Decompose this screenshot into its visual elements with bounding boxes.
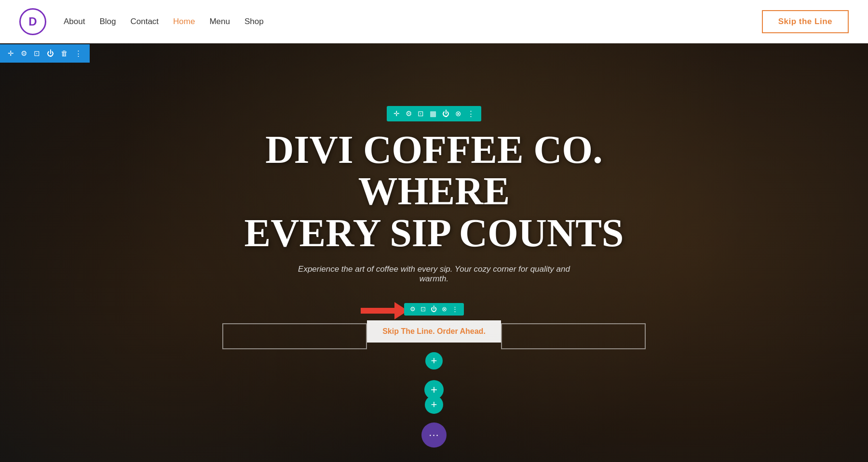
mod-settings-icon[interactable]: ⚙ <box>406 109 412 118</box>
header: D About Blog Contact Home Menu Shop Skip… <box>0 0 868 43</box>
toolbar-more-icon[interactable]: ⋮ <box>75 49 82 58</box>
logo[interactable]: D <box>19 8 46 35</box>
module-toolbar: ✛ ⚙ ⊡ ▦ ⏻ ⊗ ⋮ <box>387 106 481 121</box>
arrow-body <box>361 308 394 314</box>
plus-below-button: + <box>425 352 443 370</box>
nav-blog[interactable]: Blog <box>99 17 116 26</box>
nav-contact[interactable]: Contact <box>130 17 159 26</box>
left-button-placeholder <box>222 323 367 349</box>
header-left: D About Blog Contact Home Menu Shop <box>19 8 264 35</box>
toolbar-move-icon[interactable]: ✛ <box>8 49 14 58</box>
toolbar-duplicate-icon[interactable]: ⊡ <box>34 49 40 58</box>
mod-more-icon[interactable]: ⋮ <box>467 109 475 118</box>
toolbar-delete-icon[interactable]: 🗑 <box>61 50 68 58</box>
mod-duplicate-icon[interactable]: ⊡ <box>418 109 424 118</box>
hero-subtitle: Experience the art of coffee with every … <box>289 264 579 284</box>
button-toolbar-wrap: ⚙ ⊡ ⏻ ⊗ ⋮ Skip The Line. Order Ahead. + <box>367 303 501 370</box>
right-button-placeholder <box>501 323 646 349</box>
button-toolbar: ⚙ ⊡ ⏻ ⊗ ⋮ <box>404 303 464 316</box>
mod-disable-icon[interactable]: ⏻ <box>442 110 449 118</box>
bottom-options-button[interactable]: ··· <box>421 422 447 448</box>
nav-home[interactable]: Home <box>173 17 195 26</box>
toolbar-settings-icon[interactable]: ⚙ <box>21 49 27 58</box>
skip-line-order-button[interactable]: Skip The Line. Order Ahead. <box>367 320 501 343</box>
button-row: ⚙ ⊡ ⏻ ⊗ ⋮ Skip The Line. Order Ahead. + <box>222 303 646 370</box>
btn-duplicate-icon[interactable]: ⊡ <box>420 305 426 313</box>
btn-delete-icon[interactable]: ⊗ <box>442 305 447 313</box>
nav-shop[interactable]: Shop <box>244 17 264 26</box>
main-nav: About Blog Contact Home Menu Shop <box>64 17 264 26</box>
toolbar-disable-icon[interactable]: ⏻ <box>47 50 54 58</box>
top-left-toolbar: ✛ ⚙ ⊡ ⏻ 🗑 ⋮ <box>0 44 90 63</box>
add-below-button[interactable]: + <box>425 352 443 370</box>
hero-section: ✛ ⚙ ⊡ ▦ ⏻ ⊗ ⋮ DIVI COFFEE CO. WHERE EVER… <box>0 43 868 462</box>
nav-menu[interactable]: Menu <box>209 17 230 26</box>
mod-move-icon[interactable]: ✛ <box>393 109 400 118</box>
hero-title: DIVI COFFEE CO. WHERE EVERY SIP COUNTS <box>217 129 651 253</box>
btn-settings-icon[interactable]: ⚙ <box>410 305 416 313</box>
btn-more-icon[interactable]: ⋮ <box>452 305 458 313</box>
nav-about[interactable]: About <box>64 17 85 26</box>
red-arrow <box>361 302 408 319</box>
mod-columns-icon[interactable]: ▦ <box>430 109 436 118</box>
hero-add-row-button[interactable]: + <box>425 396 443 414</box>
skip-the-line-button[interactable]: Skip the Line <box>762 10 849 33</box>
mod-delete-icon[interactable]: ⊗ <box>455 109 461 118</box>
btn-disable-icon[interactable]: ⏻ <box>431 305 437 313</box>
